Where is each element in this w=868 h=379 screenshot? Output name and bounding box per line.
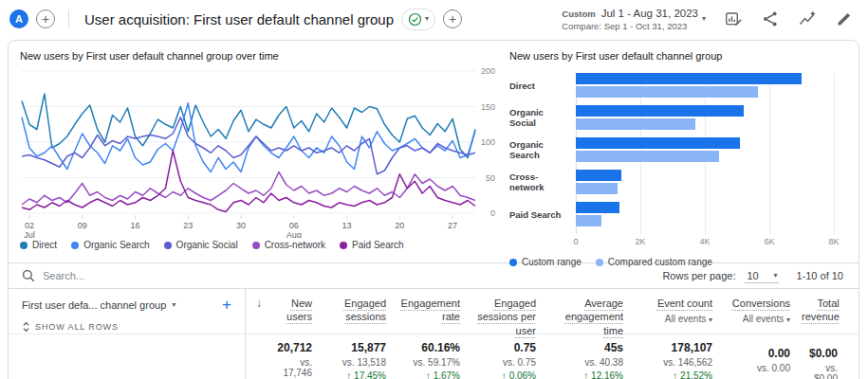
- bar-chart-x-axis: 02K4K6K8K: [576, 234, 834, 247]
- bar-compare-period: [576, 215, 601, 226]
- bar-chart-legend: Custom rangeCompared custom range: [509, 257, 845, 267]
- rows-per-page-select[interactable]: 10 ▾: [745, 269, 779, 283]
- column-header-average-engagement-time[interactable]: Average engagement time: [547, 289, 635, 337]
- line-chart-panel: New users by First user default channel …: [20, 50, 502, 262]
- add-report-button[interactable]: +: [36, 9, 55, 28]
- column-header-conversions[interactable]: ConversionsAll events ▾: [724, 289, 802, 337]
- legend-item-organic-social: Organic Social: [164, 240, 238, 250]
- check-circle-icon: [408, 12, 422, 27]
- show-all-rows-button[interactable]: SHOW ALL ROWS: [22, 321, 231, 333]
- table-header-row: First user defa... channel group ▾ + SHO…: [9, 288, 859, 334]
- column-header-total-revenue[interactable]: Total revenue: [802, 289, 859, 337]
- top-bar: A + User acquisition: First user default…: [0, 0, 868, 38]
- totals-cell-engagement-rate: 60.16%vs. 59.17%↑ 1.67%: [397, 334, 471, 379]
- bar-category-label: Cross-network: [509, 171, 576, 192]
- chevron-down-icon: ▾: [425, 15, 429, 23]
- bar-current-period: [576, 170, 621, 181]
- insights-icon[interactable]: [799, 10, 816, 27]
- column-filter-dropdown[interactable]: All events ▾: [724, 313, 790, 325]
- search-input[interactable]: [43, 270, 327, 281]
- date-compare-value: Compare: Sep 1 - Oct 31, 2023: [562, 21, 698, 31]
- pagination-status: 1-10 of 10: [796, 270, 843, 281]
- line-chart-title: New users by First user default channel …: [20, 50, 502, 62]
- bar-group-cross-network: Cross-network: [509, 170, 845, 194]
- legend-dot-icon: [71, 242, 79, 249]
- totals-dimension-cell: [9, 334, 246, 379]
- date-range-picker[interactable]: CustomJul 1 - Aug 31, 2023 Compare: Sep …: [562, 8, 698, 31]
- account-avatar[interactable]: A: [9, 9, 28, 28]
- totals-cell-engaged-sessions-per-user: 0.75vs. 0.75↑ 0.06%: [471, 334, 547, 379]
- column-filter-dropdown[interactable]: All events ▾: [635, 313, 712, 325]
- y-axis-label: 150: [481, 102, 495, 112]
- search-icon: [22, 269, 35, 282]
- totals-cell-conversions: 0.00vs. 0.00: [724, 334, 802, 379]
- chevron-down-icon: ▾: [786, 316, 790, 324]
- x-axis-label: 09: [78, 221, 87, 230]
- legend-item-paid-search: Paid Search: [340, 240, 403, 250]
- y-axis-label: 100: [481, 137, 495, 147]
- bar-category-label: Organic Search: [509, 139, 576, 160]
- bar-compare-period: [576, 118, 695, 130]
- y-axis-label: 50: [486, 173, 495, 183]
- report-status-dropdown[interactable]: ▾: [401, 9, 435, 30]
- date-range-type: Custom: [562, 9, 595, 19]
- divider: [68, 9, 69, 28]
- table-totals-row: 20,712vs. 17,746↑ 16.71%15,877vs. 13,518…: [9, 334, 859, 379]
- add-dimension-button[interactable]: +: [222, 297, 231, 313]
- bar-compare-period: [576, 183, 618, 194]
- chevron-down-icon: ▾: [172, 301, 175, 309]
- dimension-dropdown[interactable]: First user defa... channel group: [22, 299, 166, 311]
- x-axis-label: 16: [130, 221, 139, 230]
- customize-report-icon[interactable]: [725, 10, 742, 27]
- chevron-down-icon[interactable]: ▾: [702, 15, 706, 23]
- legend-item-custom-range: Custom range: [509, 257, 582, 267]
- x-axis-label: 8K: [828, 237, 839, 246]
- bar-category-label: Paid Search: [509, 209, 576, 220]
- x-axis-sublabel: Aug: [286, 230, 302, 238]
- bar-current-period: [576, 73, 802, 84]
- legend-dot-icon: [340, 242, 347, 249]
- totals-cell-average-engagement-time: 45svs. 40.38↑ 12.16%: [547, 334, 635, 379]
- edit-icon[interactable]: [836, 10, 853, 27]
- bar-chart-panel: New users by First user default channel …: [509, 50, 845, 262]
- legend-item-cross-network: Cross-network: [252, 240, 325, 250]
- totals-cell-event-count: 178,107vs. 146,562↑ 21.52%: [635, 334, 724, 379]
- legend-item-compared-custom-range: Compared custom range: [596, 257, 712, 267]
- bar-current-period: [576, 105, 744, 117]
- column-header-engaged-sessions[interactable]: Engaged sessions: [323, 289, 397, 337]
- add-comparison-button[interactable]: +: [443, 9, 462, 28]
- bar-group-direct: Direct: [509, 73, 845, 98]
- x-axis-label: 6K: [764, 237, 774, 246]
- x-axis-sublabel: Jul: [24, 230, 35, 238]
- sort-direction-icon[interactable]: ↓: [246, 289, 268, 337]
- legend-dot-icon: [164, 242, 172, 249]
- report-card: New users by First user default channel …: [8, 40, 859, 379]
- date-range-value: Jul 1 - Aug 31, 2023: [601, 8, 698, 19]
- column-header-event-count[interactable]: Event countAll events ▾: [635, 289, 724, 337]
- totals-cell-total-revenue: $0.00vs. $0.00: [802, 334, 859, 379]
- x-axis-label: 06: [289, 221, 299, 230]
- bar-current-period: [576, 202, 619, 213]
- line-series-organic-search: [22, 103, 475, 172]
- legend-dot-icon: [20, 242, 28, 249]
- share-icon[interactable]: [762, 10, 779, 27]
- legend-dot-icon: [596, 259, 603, 266]
- x-axis-label: 0: [573, 237, 578, 246]
- x-axis-label: 4K: [699, 237, 710, 246]
- column-header-engagement-rate[interactable]: Engagement rate: [397, 289, 471, 337]
- bar-group-organic-search: Organic Search: [509, 137, 845, 162]
- x-axis-label: 23: [183, 221, 193, 230]
- report-title: User acquisition: First user default cha…: [84, 11, 394, 27]
- rows-per-page-label: Rows per page:: [662, 270, 735, 281]
- x-axis-label: 2K: [635, 237, 645, 246]
- bar-chart-plot: DirectOrganic SocialOrganic SearchCross-…: [509, 73, 845, 247]
- chevron-down-icon: ▾: [709, 316, 712, 324]
- empty-cell: [246, 334, 268, 379]
- line-chart-legend: DirectOrganic SearchOrganic SocialCross-…: [20, 240, 502, 250]
- x-axis-label: 02: [25, 221, 34, 230]
- bar-current-period: [576, 137, 740, 149]
- totals-cell-new-users: 20,712vs. 17,746↑ 16.71%: [268, 334, 323, 379]
- column-header-engaged-sessions-per-user[interactable]: Engaged sessions per user: [471, 289, 547, 337]
- bar-group-organic-social: Organic Social: [509, 105, 845, 130]
- column-header-new-users[interactable]: New users: [268, 289, 323, 337]
